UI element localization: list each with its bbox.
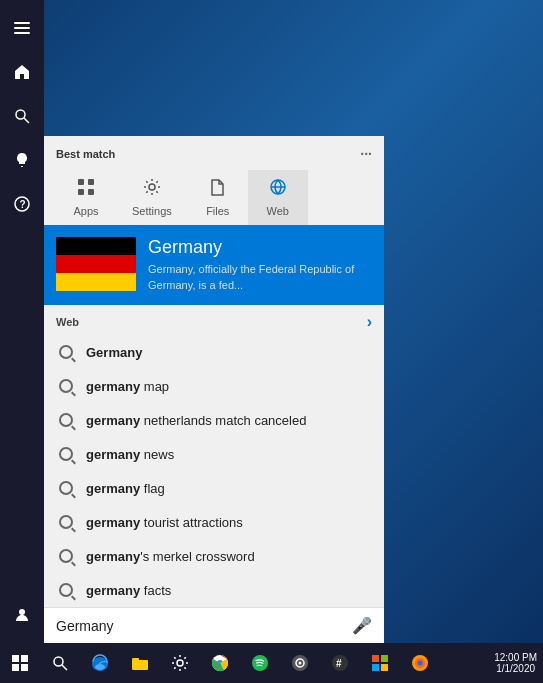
- taskbar-camera-icon[interactable]: [280, 643, 320, 683]
- search-item-germany-map[interactable]: germany map: [44, 369, 384, 403]
- flag-black-stripe: [56, 237, 136, 255]
- svg-rect-8: [78, 179, 84, 185]
- tab-apps[interactable]: Apps: [56, 170, 116, 225]
- settings-icon: [143, 178, 161, 201]
- search-item-text: Germany: [86, 345, 372, 360]
- tab-web-label: Web: [267, 205, 289, 217]
- germany-flag: [56, 237, 136, 291]
- taskbar-date: 1/1/2020: [494, 663, 537, 674]
- search-item-bold: germany: [86, 447, 140, 462]
- svg-point-22: [95, 664, 105, 670]
- search-item-text: germany map: [86, 379, 372, 394]
- search-item-bold: germany: [86, 413, 140, 428]
- svg-rect-0: [14, 22, 30, 24]
- svg-rect-11: [88, 189, 94, 195]
- svg-point-3: [16, 110, 25, 119]
- search-item-bold: germany: [86, 515, 140, 530]
- start-button[interactable]: [0, 643, 40, 683]
- svg-rect-10: [78, 189, 84, 195]
- search-item-germany-news[interactable]: germany news: [44, 437, 384, 471]
- svg-rect-1: [14, 27, 30, 29]
- svg-rect-2: [14, 32, 30, 34]
- search-item-icon: [56, 546, 76, 566]
- magnify-icon: [59, 583, 73, 597]
- taskbar-firefox-icon[interactable]: [400, 643, 440, 683]
- sidebar-help-icon[interactable]: ?: [2, 184, 42, 224]
- tab-files[interactable]: Files: [188, 170, 248, 225]
- taskbar-chrome-icon[interactable]: [200, 643, 240, 683]
- search-item-germany-flag[interactable]: germany flag: [44, 471, 384, 505]
- panel-header: Best match ···: [44, 136, 384, 170]
- taskbar-clock[interactable]: 12:00 PM 1/1/2020: [488, 652, 543, 674]
- search-item-text: germany's merkel crossword: [86, 549, 372, 564]
- search-list: Germany germany map german: [44, 335, 384, 607]
- svg-rect-24: [132, 660, 148, 670]
- search-item-text: germany netherlands match canceled: [86, 413, 372, 428]
- magnify-icon: [59, 413, 73, 427]
- tab-settings[interactable]: Settings: [116, 170, 188, 225]
- svg-rect-18: [21, 664, 28, 671]
- svg-rect-16: [21, 655, 28, 662]
- sidebar-lightbulb-icon[interactable]: [2, 140, 42, 180]
- taskbar: # 12:00 PM 1/1/2020: [0, 643, 543, 683]
- files-icon: [209, 178, 227, 201]
- sidebar-menu-icon[interactable]: [2, 8, 42, 48]
- search-item-icon: [56, 444, 76, 464]
- tab-web[interactable]: Web: [248, 170, 308, 225]
- taskbar-files-icon[interactable]: [120, 643, 160, 683]
- tab-apps-label: Apps: [73, 205, 98, 217]
- result-card-content: Germany Germany, officially the Federal …: [148, 237, 372, 293]
- magnify-icon: [59, 379, 73, 393]
- search-item-text: germany flag: [86, 481, 372, 496]
- search-item-text: germany news: [86, 447, 372, 462]
- search-bar[interactable]: Germany 🎤: [44, 607, 384, 643]
- search-item-icon: [56, 410, 76, 430]
- search-item-germany-merkel[interactable]: germany's merkel crossword: [44, 539, 384, 573]
- search-item-text: germany facts: [86, 583, 372, 598]
- taskbar-right: 12:00 PM 1/1/2020: [488, 652, 543, 674]
- sidebar-person-icon[interactable]: [2, 595, 42, 635]
- search-item-germany-facts[interactable]: germany facts: [44, 573, 384, 607]
- search-input-value[interactable]: Germany: [56, 618, 352, 634]
- search-item-germany[interactable]: Germany: [44, 335, 384, 369]
- search-item-germany-tourist[interactable]: germany tourist attractions: [44, 505, 384, 539]
- search-panel: Best match ··· Apps: [44, 136, 384, 643]
- taskbar-store-icon[interactable]: [360, 643, 400, 683]
- apps-icon: [77, 178, 95, 201]
- svg-point-7: [19, 609, 25, 615]
- web-section-arrow[interactable]: ›: [367, 313, 372, 331]
- microphone-icon[interactable]: 🎤: [352, 616, 372, 635]
- sidebar-home-icon[interactable]: [2, 52, 42, 92]
- search-item-icon: [56, 342, 76, 362]
- taskbar-time: 12:00 PM: [494, 652, 537, 663]
- sidebar-search-icon[interactable]: [2, 96, 42, 136]
- taskbar-spotify-icon[interactable]: [240, 643, 280, 683]
- svg-line-20: [62, 665, 67, 670]
- svg-line-4: [24, 118, 29, 123]
- taskbar-search-button[interactable]: [40, 643, 80, 683]
- svg-rect-15: [12, 655, 19, 662]
- taskbar-hashtag-icon[interactable]: #: [320, 643, 360, 683]
- svg-point-12: [149, 184, 155, 190]
- result-description: Germany, officially the Federal Republic…: [148, 262, 372, 293]
- more-options-button[interactable]: ···: [360, 146, 372, 162]
- taskbar-edge-icon[interactable]: [80, 643, 120, 683]
- svg-rect-36: [372, 664, 379, 671]
- search-item-icon: [56, 478, 76, 498]
- magnify-icon: [59, 345, 73, 359]
- magnify-icon: [59, 549, 73, 563]
- search-item-bold: germany: [86, 481, 140, 496]
- svg-rect-35: [381, 655, 388, 662]
- search-item-germany-netherlands[interactable]: germany netherlands match canceled: [44, 403, 384, 437]
- search-item-bold: germany: [86, 583, 140, 598]
- tab-row: Apps Settings Files: [44, 170, 384, 225]
- search-item-bold: germany: [86, 379, 140, 394]
- flag-yellow-stripe: [56, 273, 136, 291]
- taskbar-settings-icon[interactable]: [160, 643, 200, 683]
- search-item-icon: [56, 580, 76, 600]
- germany-result-card[interactable]: Germany Germany, officially the Federal …: [44, 225, 384, 305]
- search-item-icon: [56, 512, 76, 532]
- svg-point-28: [252, 655, 268, 671]
- svg-point-25: [177, 660, 183, 666]
- magnify-icon: [59, 515, 73, 529]
